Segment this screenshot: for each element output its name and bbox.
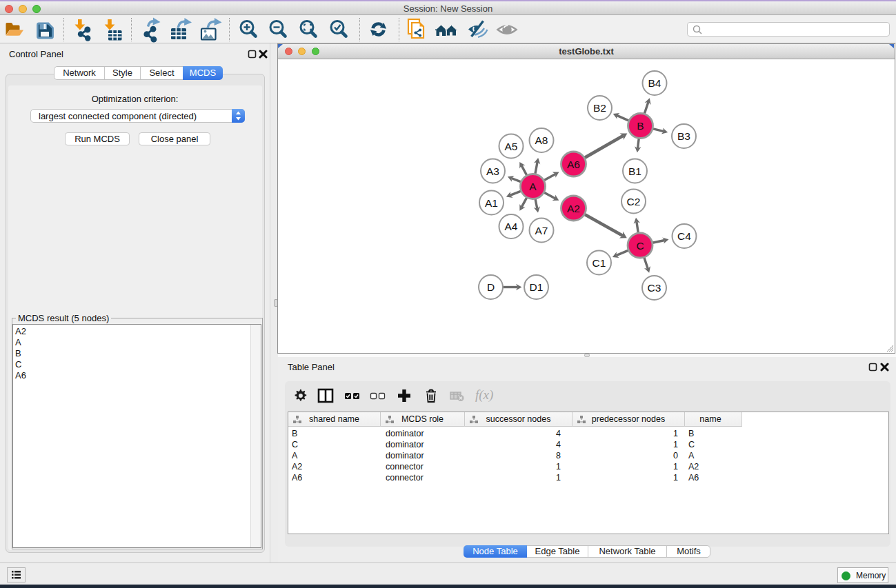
svg-text:D: D — [487, 281, 495, 293]
svg-text:A: A — [529, 181, 537, 192]
svg-text:C: C — [636, 240, 644, 252]
svg-text:A7: A7 — [535, 225, 548, 236]
svg-text:B4: B4 — [648, 77, 661, 89]
svg-text:C3: C3 — [648, 282, 661, 294]
svg-text:B1: B1 — [628, 165, 641, 177]
svg-text:A5: A5 — [505, 141, 518, 152]
svg-text:A2: A2 — [567, 203, 580, 214]
svg-text:A3: A3 — [486, 165, 499, 177]
svg-text:B: B — [637, 120, 644, 132]
svg-text:A6: A6 — [567, 159, 580, 170]
svg-text:A1: A1 — [485, 197, 498, 209]
svg-text:C1: C1 — [593, 257, 606, 269]
svg-text:B3: B3 — [677, 130, 690, 142]
svg-text:C2: C2 — [627, 196, 641, 207]
svg-text:A4: A4 — [505, 221, 518, 232]
svg-text:D1: D1 — [530, 281, 544, 293]
svg-text:B2: B2 — [593, 102, 606, 114]
svg-text:C4: C4 — [677, 230, 691, 242]
svg-text:A8: A8 — [535, 134, 548, 146]
